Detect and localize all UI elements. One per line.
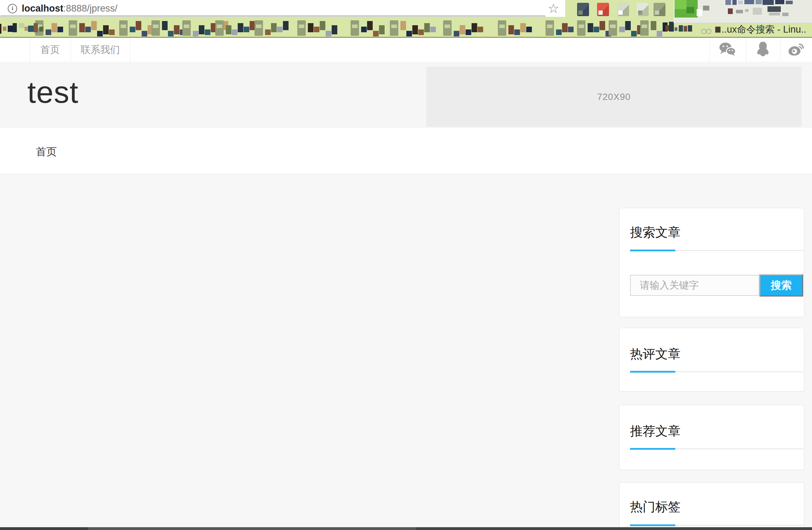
url-host: localhost [22, 3, 63, 14]
bookmark-star-icon[interactable]: ☆ [548, 1, 559, 16]
sidebar-card-hot-comments: 热评文章 [619, 328, 804, 392]
qq-share-button[interactable] [745, 38, 780, 62]
extension-popup [674, 0, 812, 23]
section-divider [630, 448, 803, 449]
bookmark-favicon-icon [715, 27, 720, 33]
extension-icon[interactable] [617, 3, 629, 16]
site-navbar: 首页 联系我们 [0, 38, 812, 62]
divider [130, 38, 130, 62]
wechat-share-button[interactable] [710, 38, 745, 62]
extension-icon[interactable] [637, 3, 649, 16]
bookmark-label[interactable]: ..ux命令搜索 - Linu.. [722, 23, 806, 36]
page-info-icon[interactable]: i [8, 4, 17, 13]
section-title-search: 搜索文章 [630, 224, 681, 241]
qq-icon [756, 41, 770, 59]
site-title: test [27, 74, 79, 110]
popup-pixel [675, 0, 698, 18]
sidebar-card-search: 搜索文章 搜索 [619, 208, 804, 317]
bookmark-favicon-icon [701, 28, 714, 36]
extension-icon[interactable] [577, 3, 589, 16]
url-path: :8888/jpress/ [63, 3, 118, 14]
weibo-share-button[interactable] [780, 38, 812, 62]
url-text[interactable]: localhost:8888/jpress/ [22, 3, 117, 14]
section-divider [630, 525, 803, 526]
section-divider [630, 250, 803, 251]
section-divider [630, 371, 803, 372]
address-bar[interactable]: i localhost:8888/jpress/ [0, 0, 565, 17]
wechat-icon [719, 42, 736, 58]
extension-icon[interactable] [654, 3, 665, 16]
browser-window: i localhost:8888/jpress/ ☆ ..ux命令搜索 - Li… [0, 0, 812, 530]
nav-item-home[interactable]: 首页 [30, 38, 70, 62]
search-input[interactable] [630, 275, 759, 296]
background-window-edge [0, 527, 812, 530]
weibo-icon [787, 41, 805, 58]
ad-placeholder-720x90: 720X90 [426, 67, 801, 127]
breadcrumb-bar: 首页 [0, 128, 812, 174]
search-button[interactable]: 搜索 [759, 274, 803, 297]
site-header: test 720X90 [0, 62, 812, 128]
divider [709, 38, 710, 62]
section-title-hot-comments: 热评文章 [630, 346, 681, 363]
breadcrumb[interactable]: 首页 [36, 145, 57, 159]
section-title-recommended: 推荐文章 [630, 423, 681, 440]
ad-placeholder-label: 720X90 [597, 91, 631, 102]
extension-icon[interactable] [597, 3, 609, 16]
section-title-hot-tags: 热门标签 [630, 498, 681, 516]
sidebar-card-recommended: 推荐文章 [619, 405, 804, 470]
sidebar-card-hot-tags: 热门标签 [619, 482, 804, 530]
nav-item-contact[interactable]: 联系我们 [70, 38, 130, 62]
